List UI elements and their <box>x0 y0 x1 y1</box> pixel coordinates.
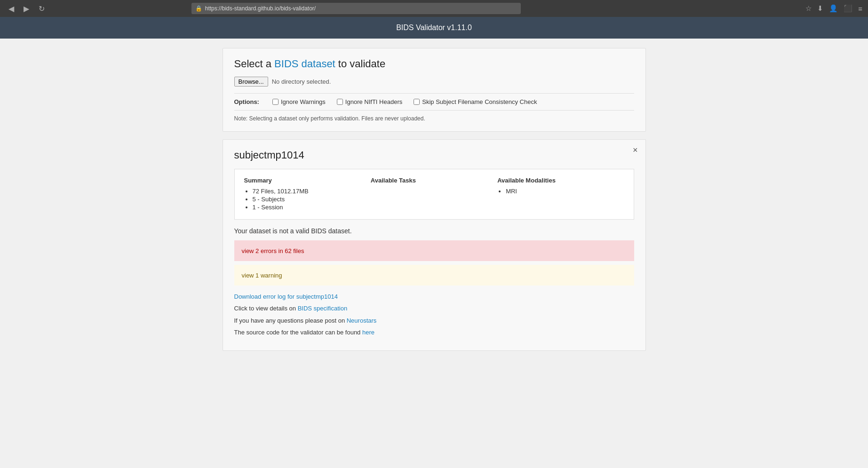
ignore-nifti-checkbox[interactable] <box>337 99 343 105</box>
click-details-prefix: Click to view details on <box>234 305 298 312</box>
select-title: Select a BIDS dataset to validate <box>234 58 634 70</box>
summary-title: Summary <box>244 177 371 184</box>
available-tasks-title: Available Tasks <box>371 177 497 184</box>
account-icon[interactable]: 👤 <box>829 4 838 13</box>
links-section: Download error log for subjectmp1014 Cli… <box>234 291 634 338</box>
menu-icon[interactable]: ≡ <box>858 5 862 13</box>
no-directory-text: No directory selected. <box>272 78 331 85</box>
available-modalities-col: Available Modalities MRI <box>497 177 624 212</box>
main-content: Select a BIDS dataset to validate Browse… <box>213 48 655 351</box>
warning-text: view 1 warning <box>242 272 282 279</box>
skip-subject-checkbox[interactable] <box>414 99 420 105</box>
here-link[interactable]: here <box>362 329 374 336</box>
bids-specification-link[interactable]: BIDS specification <box>298 305 348 312</box>
bids-spec-row: Click to view details on BIDS specificat… <box>234 303 634 314</box>
title-suffix: to validate <box>335 58 385 70</box>
note-text: Note: Selecting a dataset only performs … <box>234 110 634 122</box>
available-modalities-title: Available Modalities <box>497 177 624 184</box>
ignore-nifti-option[interactable]: Ignore NIfTI Headers <box>337 98 402 105</box>
ignore-nifti-label: Ignore NIfTI Headers <box>345 98 402 105</box>
browse-button[interactable]: Browse... <box>234 77 268 87</box>
warning-banner[interactable]: view 1 warning <box>234 265 634 286</box>
back-button[interactable]: ◀ <box>6 3 17 14</box>
skip-subject-label: Skip Subject Filename Consistency Check <box>422 98 537 105</box>
reload-button[interactable]: ↻ <box>36 3 47 14</box>
app-header: BIDS Validator v1.11.0 <box>0 17 868 39</box>
app-title: BIDS Validator v1.11.0 <box>396 24 472 32</box>
close-button[interactable]: × <box>633 145 638 155</box>
questions-prefix: If you have any questions please post on <box>234 317 347 324</box>
summary-item: 1 - Session <box>253 204 371 211</box>
select-card: Select a BIDS dataset to validate Browse… <box>223 48 646 132</box>
results-card: × subjectmp1014 Summary 72 Files, 1012.1… <box>223 139 646 351</box>
options-divider <box>234 93 634 94</box>
address-bar[interactable]: 🔒 https://bids-standard.github.io/bids-v… <box>191 3 521 14</box>
skip-subject-option[interactable]: Skip Subject Filename Consistency Check <box>414 98 537 105</box>
download-link-row: Download error log for subjectmp1014 <box>234 291 634 302</box>
error-link[interactable]: view 2 errors in 62 files <box>242 247 304 254</box>
error-banner[interactable]: view 2 errors in 62 files <box>234 240 634 261</box>
neurostars-row: If you have any questions please post on… <box>234 315 634 326</box>
ignore-warnings-option[interactable]: Ignore Warnings <box>272 98 326 105</box>
browser-right-icons: ☆ ⬇ 👤 ⬛ ≡ <box>805 4 862 13</box>
summary-col: Summary 72 Files, 1012.17MB 5 - Subjects… <box>244 177 371 212</box>
modality-item: MRI <box>506 188 624 195</box>
extensions-icon[interactable]: ⬛ <box>844 4 852 13</box>
star-icon[interactable]: ☆ <box>805 4 812 13</box>
ignore-warnings-checkbox[interactable] <box>272 99 279 105</box>
pocket-icon[interactable]: ⬇ <box>817 4 823 13</box>
invalid-text: Your dataset is not a valid BIDS dataset… <box>234 227 634 235</box>
dataset-name: subjectmp1014 <box>234 149 634 161</box>
lock-icon: 🔒 <box>195 5 202 12</box>
bids-dataset-link[interactable]: BIDS dataset <box>274 58 335 70</box>
summary-item: 5 - Subjects <box>253 196 371 203</box>
modalities-list: MRI <box>497 188 624 195</box>
summary-list: 72 Files, 1012.17MB 5 - Subjects 1 - Ses… <box>244 188 371 211</box>
title-prefix: Select a <box>234 58 275 70</box>
forward-button[interactable]: ▶ <box>21 3 32 14</box>
summary-box: Summary 72 Files, 1012.17MB 5 - Subjects… <box>234 169 634 220</box>
ignore-warnings-label: Ignore Warnings <box>281 98 326 105</box>
browser-chrome: ◀ ▶ ↻ 🔒 https://bids-standard.github.io/… <box>0 0 868 17</box>
options-row: Options: Ignore Warnings Ignore NIfTI He… <box>234 98 634 105</box>
source-prefix: The source code for the validator can be… <box>234 329 362 336</box>
source-code-row: The source code for the validator can be… <box>234 327 634 338</box>
available-tasks-col: Available Tasks <box>371 177 497 212</box>
options-label: Options: <box>234 98 259 105</box>
download-error-log-link[interactable]: Download error log for subjectmp1014 <box>234 293 338 300</box>
neurostars-link[interactable]: Neurostars <box>347 317 377 324</box>
browse-row: Browse... No directory selected. <box>234 77 634 87</box>
url-text: https://bids-standard.github.io/bids-val… <box>205 5 316 12</box>
summary-item: 72 Files, 1012.17MB <box>253 188 371 195</box>
